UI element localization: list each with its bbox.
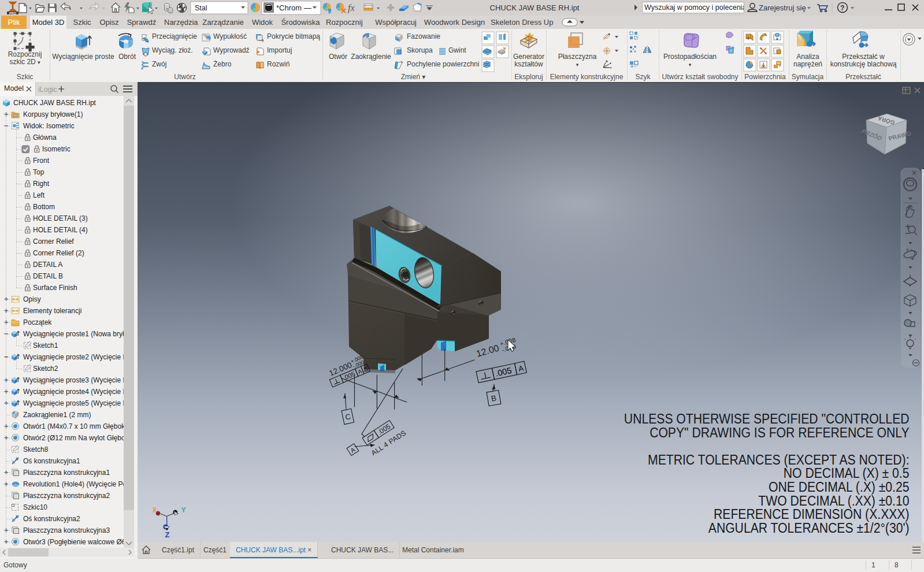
svg-text:fx: fx: [348, 3, 355, 13]
svg-text:A: A: [518, 363, 525, 373]
svg-text:C: C: [344, 412, 351, 422]
svg-text:PRO: PRO: [9, 12, 17, 15]
svg-text:12.00: 12.00: [475, 343, 500, 358]
svg-text:Y: Y: [181, 506, 186, 514]
svg-text:Z: Z: [165, 530, 170, 539]
svg-text:?: ?: [840, 4, 844, 12]
svg-text:Stal: Stal: [195, 4, 207, 12]
svg-text:Zarejestruj się: Zarejestruj się: [759, 3, 806, 12]
svg-text:*Chrom —: *Chrom —: [276, 3, 311, 12]
svg-text:iLogic: iLogic: [38, 86, 57, 94]
svg-text:X: X: [153, 506, 157, 514]
svg-text:B: B: [491, 393, 497, 403]
